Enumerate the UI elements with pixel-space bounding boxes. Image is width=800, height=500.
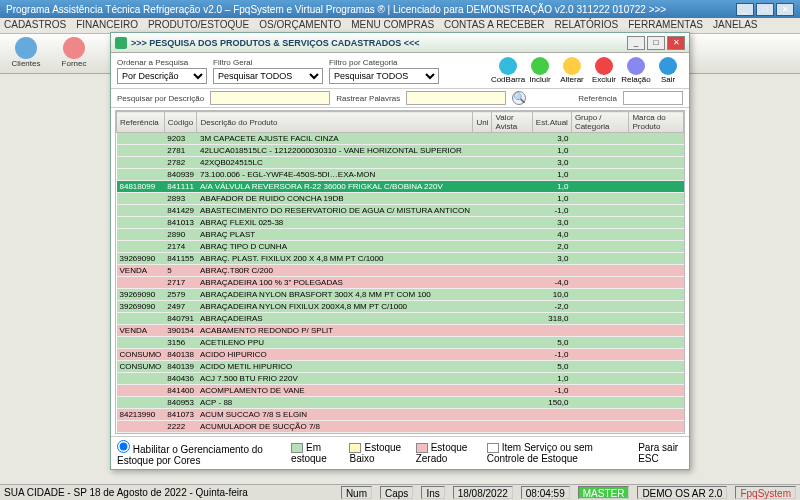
table-row[interactable]: 841429ABASTECIMENTO DO RESERVATORIO DE A… bbox=[117, 205, 684, 217]
modal-title-text: >>> PESQUISA DOS PRODUTOS & SERVIÇOS CAD… bbox=[131, 38, 419, 48]
add-button[interactable]: Incluir bbox=[525, 57, 555, 84]
modal-titlebar: >>> PESQUISA DOS PRODUTOS & SERVIÇOS CAD… bbox=[111, 33, 689, 53]
report-button[interactable]: Relação bbox=[621, 57, 651, 84]
plus-icon bbox=[531, 57, 549, 75]
arrow-icon bbox=[659, 57, 677, 75]
table-row[interactable]: 841013ABRAÇ FLEXIL 025-383,0 bbox=[117, 217, 684, 229]
table-row[interactable]: 840953ACP - 88150,0 bbox=[117, 397, 684, 409]
modal-minimize-icon[interactable]: _ bbox=[627, 36, 645, 50]
delete-button[interactable]: Excluir bbox=[589, 57, 619, 84]
table-row[interactable]: 92033M CAPACETE AJUSTE FACIL CINZA3,0 bbox=[117, 133, 684, 145]
column-header[interactable]: Valor Avista bbox=[492, 112, 532, 133]
menu-item[interactable]: MENU COMPRAS bbox=[351, 19, 434, 32]
order-select[interactable]: Por Descrição bbox=[117, 68, 207, 84]
table-row[interactable]: 2893ABAFADOR DE RUIDO CONCHA 19DB1,0 bbox=[117, 193, 684, 205]
ref-input[interactable] bbox=[623, 91, 683, 105]
x-icon bbox=[595, 57, 613, 75]
pencil-icon bbox=[563, 57, 581, 75]
table-row[interactable]: CONSUMO840139ACIDO METIL HIPURICO5,0 bbox=[117, 361, 684, 373]
category-group: Filtro por Categoria Pesquisar TODOS bbox=[329, 58, 439, 84]
category-select[interactable]: Pesquisar TODOS bbox=[329, 68, 439, 84]
app-title: Programa Assistência Técnica Refrigeraçã… bbox=[6, 4, 666, 15]
table-row[interactable]: VENDA5ABRAÇ.T80R C/200 bbox=[117, 265, 684, 277]
legend: Habilitar o Gerenciamento do Estoque por… bbox=[111, 436, 689, 469]
modal-maximize-icon[interactable]: □ bbox=[647, 36, 665, 50]
supplier-icon bbox=[63, 37, 85, 59]
minimize-icon[interactable]: _ bbox=[736, 3, 754, 16]
table-row[interactable]: 840791ABRAÇADEIRAS318,0 bbox=[117, 313, 684, 325]
toolbar-fornec[interactable]: Fornec bbox=[52, 35, 96, 73]
table-row[interactable]: 841407ADAPTADOR ROSCA SOLDA 1"-5,0 bbox=[117, 433, 684, 435]
modal-close-icon[interactable]: ✕ bbox=[667, 36, 685, 50]
swatch-white bbox=[487, 443, 499, 453]
menu-item[interactable]: OS/ORÇAMENTO bbox=[259, 19, 341, 32]
column-header[interactable]: Marca do Produto bbox=[629, 112, 684, 133]
table-row[interactable]: 392690902579ABRAÇADEIRA NYLON BRASFORT 3… bbox=[117, 289, 684, 301]
filter-group: Filtro Geral Pesquisar TODOS bbox=[213, 58, 323, 84]
table-row[interactable]: 841400ACOMPLAMENTO DE VANE-1,0 bbox=[117, 385, 684, 397]
capslock-indicator: Caps bbox=[380, 486, 413, 499]
table-row[interactable]: 2222ACUMULADOR DE SUCÇÃO 7/8 bbox=[117, 421, 684, 433]
main-titlebar: Programa Assistência Técnica Refrigeraçã… bbox=[0, 0, 800, 18]
barcode-button[interactable]: CodBarra bbox=[493, 57, 523, 84]
list-icon bbox=[627, 57, 645, 75]
status-date-long: SUA CIDADE - SP 18 de Agosto de 2022 - Q… bbox=[4, 487, 248, 498]
status-master: MASTER bbox=[578, 486, 630, 499]
table-row[interactable]: 392690902497ABRAÇADEIRA NYLON FIXILUX 20… bbox=[117, 301, 684, 313]
swatch-yellow bbox=[349, 443, 361, 453]
menu-item[interactable]: FINANCEIRO bbox=[76, 19, 138, 32]
table-row[interactable]: 2174ABRAÇ TIPO D CUNHA2,0 bbox=[117, 241, 684, 253]
toolbar-clientes[interactable]: Clientes bbox=[4, 35, 48, 73]
edit-button[interactable]: Alterar bbox=[557, 57, 587, 84]
chevron-icon bbox=[115, 37, 127, 49]
table-row[interactable]: 2717ABRAÇADEIRA 100 % 3" POLEGADAS-4,0 bbox=[117, 277, 684, 289]
column-header[interactable]: Grupo / Categoria bbox=[571, 112, 629, 133]
status-brand: FpqSystem bbox=[735, 486, 796, 499]
table-row[interactable]: 278142LUCA018515LC - 12122000030310 - VA… bbox=[117, 145, 684, 157]
search-desc-input[interactable] bbox=[210, 91, 330, 105]
column-header[interactable]: Código bbox=[164, 112, 197, 133]
table-row[interactable]: 84093973.100.006 - EGL-YWF4E-450S-5DI…EX… bbox=[117, 169, 684, 181]
table-row[interactable]: VENDA390154ACABAMENTO REDONDO P/ SPLIT bbox=[117, 325, 684, 337]
table-row[interactable]: 278242XQB024515LC3,0 bbox=[117, 157, 684, 169]
status-time: 08:04:59 bbox=[521, 486, 570, 499]
column-header[interactable]: Referência bbox=[117, 112, 165, 133]
statusbar: SUA CIDADE - SP 18 de Agosto de 2022 - Q… bbox=[0, 484, 800, 500]
menu-item[interactable]: CONTAS A RECEBER bbox=[444, 19, 544, 32]
search-icon[interactable]: 🔍 bbox=[512, 91, 526, 105]
color-management-radio[interactable]: Habilitar o Gerenciamento do Estoque por… bbox=[117, 440, 281, 466]
modal-actions: CodBarra Incluir Alterar Excluir Relação… bbox=[493, 57, 683, 84]
exit-button[interactable]: Sair bbox=[653, 57, 683, 84]
status-date: 18/08/2022 bbox=[453, 486, 513, 499]
menu-item[interactable]: RELATÓRIOS bbox=[554, 19, 618, 32]
clients-icon bbox=[15, 37, 37, 59]
table-row[interactable]: 84818099841111A/A VÁLVULA REVERSORA R-22… bbox=[117, 181, 684, 193]
menu-item[interactable]: CADASTROS bbox=[4, 19, 66, 32]
menu-item[interactable]: FERRAMENTAS bbox=[628, 19, 703, 32]
close-icon[interactable]: ✕ bbox=[776, 3, 794, 16]
filter-select[interactable]: Pesquisar TODOS bbox=[213, 68, 323, 84]
product-grid[interactable]: ReferênciaCódigoDescrição do ProdutoUniV… bbox=[115, 110, 685, 434]
table-row[interactable]: 2890ABRAÇ PLAST4,0 bbox=[117, 229, 684, 241]
insert-indicator: Ins bbox=[421, 486, 444, 499]
menu-item[interactable]: PRODUTO/ESTOQUE bbox=[148, 19, 249, 32]
menu-item[interactable]: JANELAS bbox=[713, 19, 757, 32]
search-words-input[interactable] bbox=[406, 91, 506, 105]
table-row[interactable]: 39269090841155ABRAÇ. PLAST. FIXILUX 200 … bbox=[117, 253, 684, 265]
column-header[interactable]: Est.Atual bbox=[532, 112, 571, 133]
table-row[interactable]: 3156ACETILENO PPU5,0 bbox=[117, 337, 684, 349]
column-header[interactable]: Uni bbox=[473, 112, 492, 133]
search-modal: >>> PESQUISA DOS PRODUTOS & SERVIÇOS CAD… bbox=[110, 32, 690, 470]
column-header[interactable]: Descrição do Produto bbox=[197, 112, 473, 133]
table-row[interactable]: CONSUMO840138ACIDO HIPURICO-1,0 bbox=[117, 349, 684, 361]
table-row[interactable]: 840436ACJ 7.500 BTU FRIO 220V1,0 bbox=[117, 373, 684, 385]
order-group: Ordenar a Pesquisa Por Descrição bbox=[117, 58, 207, 84]
numlock-indicator: Num bbox=[341, 486, 372, 499]
swatch-pink bbox=[416, 443, 428, 453]
table-row[interactable]: 84213990841073ACUM SUCCAO 7/8 S ELGIN bbox=[117, 409, 684, 421]
status-demo: DEMO OS AR 2.0 bbox=[637, 486, 727, 499]
swatch-green bbox=[291, 443, 303, 453]
maximize-icon[interactable]: □ bbox=[756, 3, 774, 16]
barcode-icon bbox=[499, 57, 517, 75]
